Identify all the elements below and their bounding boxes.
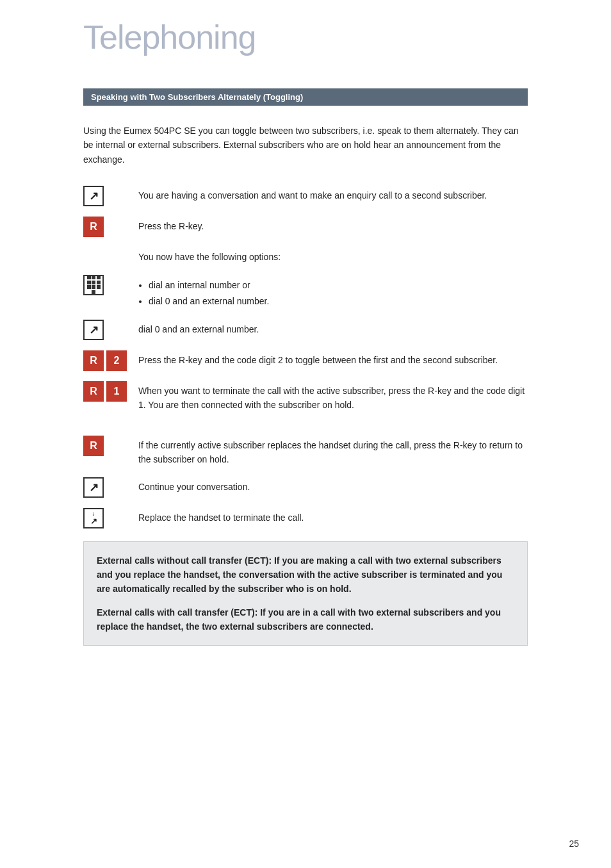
intro-text: Using the Eumex 504PC SE you can toggle …	[83, 124, 528, 167]
icon-cell-r: R	[83, 217, 128, 237]
r-key-icon: R	[83, 217, 104, 237]
phone-icon-box2: ↗	[83, 320, 104, 340]
section-header: Speaking with Two Subscribers Alternatel…	[83, 88, 528, 106]
phone-icon2: ↗	[89, 323, 99, 337]
instruction-row-step2: R Press the R-key.	[83, 217, 528, 237]
page-number: 25	[569, 839, 579, 849]
instruction-row-step1: ↗ You are having a conversation and want…	[83, 186, 528, 206]
num-2-icon: 2	[106, 350, 127, 371]
keypad-icon-box	[83, 275, 104, 295]
instruction-row-step8: ↗ Continue your conversation.	[83, 477, 528, 498]
icon-cell-r1: R 1	[83, 381, 128, 402]
r-key-icon2: R	[83, 350, 104, 371]
page-title: Telephoning	[83, 0, 528, 88]
keypad-icon	[87, 275, 101, 294]
instruction-row-step4: ↗ dial 0 and an external number.	[83, 320, 528, 340]
list-item: dial an internal number or	[149, 277, 528, 293]
instruction-row-step9: ↓ ↗ Replace the handset to terminate the…	[83, 508, 528, 528]
icon-cell-r3: R	[83, 436, 128, 456]
step7-text: If the currently active subscriber repla…	[138, 436, 528, 467]
r-key-icon3: R	[83, 381, 104, 402]
phone-icon-box: ↗	[83, 186, 104, 206]
instruction-row-step3: dial an internal number or dial 0 and an…	[83, 275, 528, 309]
step3-header-text: You now have the following options:	[138, 247, 528, 264]
icon-cell-phone: ↗	[83, 186, 128, 206]
step4-text: dial 0 and an external number.	[138, 320, 528, 336]
instruction-row-step6: R 1 When you want to terminate the call …	[83, 381, 528, 413]
phone-icon: ↗	[89, 189, 99, 203]
page: Telephoning Speaking with Two Subscriber…	[0, 0, 611, 868]
note-paragraph1: External calls without call transfer (EC…	[97, 553, 514, 596]
step6-text: When you want to terminate the call with…	[138, 381, 528, 413]
icon-cell-phone2: ↗	[83, 320, 128, 340]
phone-icon-box3: ↗	[83, 477, 104, 498]
num-1-icon: 1	[106, 381, 127, 402]
step9-text: Replace the handset to terminate the cal…	[138, 508, 528, 525]
icon-cell-phone3: ↗	[83, 477, 128, 498]
icon-cell-r2: R 2	[83, 350, 128, 371]
note-paragraph2: External calls with call transfer (ECT):…	[97, 605, 514, 634]
phone-icon3: ↗	[89, 480, 99, 495]
note-box: External calls without call transfer (EC…	[83, 541, 528, 646]
step8-text: Continue your conversation.	[138, 477, 528, 494]
instruction-row-step3-header: You now have the following options:	[83, 247, 528, 264]
icon-cell-keypad	[83, 275, 128, 295]
icon-cell-replace: ↓ ↗	[83, 508, 128, 528]
replace-handset-glyph: ↓ ↗	[90, 511, 97, 525]
step3-bullet-list: dial an internal number or dial 0 and an…	[149, 275, 528, 309]
replace-handset-icon: ↓ ↗	[83, 508, 104, 528]
list-item: dial 0 and an external number.	[149, 293, 528, 309]
step5-text: Press the R-key and the code digit 2 to …	[138, 350, 528, 367]
step1-text: You are having a conversation and want t…	[138, 186, 528, 202]
step2-text: Press the R-key.	[138, 217, 528, 233]
instruction-row-step5: R 2 Press the R-key and the code digit 2…	[83, 350, 528, 371]
instruction-row-step7: R If the currently active subscriber rep…	[83, 436, 528, 467]
r-key-icon4: R	[83, 436, 104, 456]
